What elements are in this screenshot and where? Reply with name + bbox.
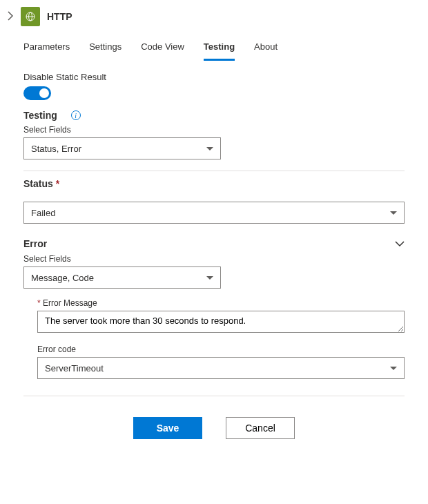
caret-down-icon xyxy=(206,147,213,151)
required-asterisk: * xyxy=(56,178,59,189)
error-select-fields-value: Message, Code xyxy=(31,273,94,283)
error-message-input[interactable] xyxy=(37,311,405,333)
page-title: HTTP xyxy=(47,11,72,22)
caret-down-icon xyxy=(390,211,397,215)
content: Disable Static Result Testing i Select F… xyxy=(0,61,428,456)
status-dropdown[interactable]: Failed xyxy=(23,202,405,224)
error-message-label-text: Error Message xyxy=(43,298,97,308)
status-heading: Status * xyxy=(23,178,405,189)
tab-testing[interactable]: Testing xyxy=(204,41,235,61)
tabs: Parameters Settings Code View Testing Ab… xyxy=(0,32,428,61)
error-code-label: Error code xyxy=(37,345,405,354)
tab-code-view[interactable]: Code View xyxy=(141,41,184,61)
testing-heading: Testing xyxy=(23,110,57,121)
header: HTTP xyxy=(0,0,428,32)
testing-select-fields-dropdown[interactable]: Status, Error xyxy=(23,137,221,159)
tab-settings[interactable]: Settings xyxy=(89,41,121,61)
http-icon xyxy=(21,7,40,26)
testing-select-fields-value: Status, Error xyxy=(31,144,81,154)
caret-down-icon xyxy=(206,276,213,280)
status-heading-text: Status xyxy=(23,178,53,189)
disable-static-result-label: Disable Static Result xyxy=(23,72,405,82)
testing-select-fields-label: Select Fields xyxy=(23,125,405,135)
divider xyxy=(23,171,405,171)
cancel-button[interactable]: Cancel xyxy=(226,417,295,439)
divider xyxy=(23,396,405,396)
error-message-label: * Error Message xyxy=(37,298,405,308)
caret-down-icon xyxy=(390,367,397,370)
error-code-value: ServerTimeout xyxy=(45,363,104,374)
tab-parameters[interactable]: Parameters xyxy=(23,41,70,61)
footer: Save Cancel xyxy=(23,417,405,456)
status-value: Failed xyxy=(31,208,55,218)
tab-about[interactable]: About xyxy=(254,41,278,61)
required-asterisk: * xyxy=(37,298,41,308)
error-select-fields-label: Select Fields xyxy=(23,254,405,264)
info-icon[interactable]: i xyxy=(71,110,81,120)
error-code-dropdown[interactable]: ServerTimeout xyxy=(37,357,405,379)
error-heading: Error xyxy=(23,238,47,249)
chevron-right-icon[interactable] xyxy=(7,11,14,23)
error-select-fields-dropdown[interactable]: Message, Code xyxy=(23,266,221,289)
chevron-down-icon[interactable] xyxy=(395,238,405,250)
save-button[interactable]: Save xyxy=(133,417,202,439)
disable-static-result-toggle[interactable] xyxy=(23,86,51,100)
